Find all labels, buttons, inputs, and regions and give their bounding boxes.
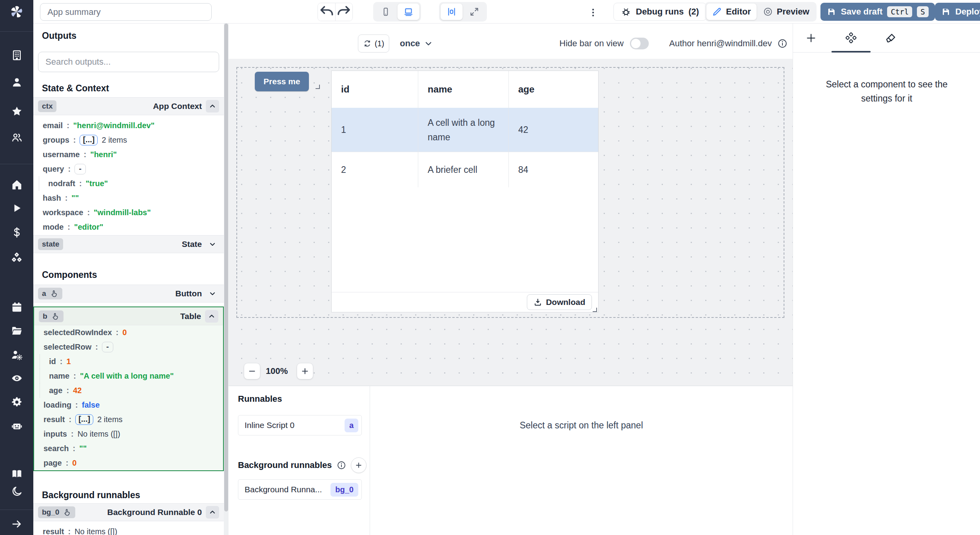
chevron-up-icon <box>208 312 216 320</box>
add-background-runnable-button[interactable] <box>351 457 367 473</box>
search-outputs-input[interactable] <box>38 52 219 72</box>
download-button[interactable]: Download <box>527 294 592 310</box>
output-field-email: email:"henri@windmill.dev" <box>33 118 224 133</box>
bg0-section-header[interactable]: bg_0 Background Runnable 0 <box>33 503 224 521</box>
smartphone-icon <box>381 7 391 17</box>
output-field-hash: hash:"" <box>33 191 224 205</box>
sidebar-item-gear[interactable] <box>9 395 24 409</box>
sidebar-item-folder[interactable] <box>9 323 24 338</box>
mobile-view-button[interactable] <box>375 4 397 20</box>
state-expand-button[interactable] <box>206 238 219 250</box>
table-row[interactable]: 2A briefer cell84 <box>332 152 598 187</box>
component-b-header[interactable]: b Table <box>34 307 223 325</box>
table-component: idnameage 1A cell with a long name422A b… <box>331 71 599 312</box>
windmill-app-editor: Debug runs (2) Editor Preview Save draft… <box>0 0 980 535</box>
deploy-button[interactable]: Deploy <box>935 3 980 21</box>
kbd-ctrl: Ctrl <box>887 6 912 17</box>
layout-toggle-group <box>439 2 487 22</box>
ctx-type-label: App Context <box>153 102 202 111</box>
sidebar-item-user[interactable] <box>9 75 24 89</box>
component-b-selected-block: b Table selectedRowIndex:0selectedRow:-i… <box>33 306 224 471</box>
table-row[interactable]: 1A cell with a long name42 <box>332 108 598 152</box>
tab-theme-styling[interactable] <box>880 28 902 48</box>
hide-bar-toggle[interactable] <box>630 38 649 49</box>
sidebar-item-home[interactable] <box>9 177 24 192</box>
expand-array-chip[interactable]: [...] <box>75 414 93 425</box>
sidebar-item-eye[interactable] <box>9 371 24 385</box>
expand-icon <box>469 7 479 17</box>
sidebar-item-calendar[interactable] <box>9 300 24 314</box>
state-section-header[interactable]: state State <box>33 235 224 253</box>
array-count: 2 items <box>102 136 127 145</box>
table-cell: 2 <box>332 152 418 187</box>
windmill-logo-icon[interactable] <box>8 3 25 21</box>
canvas-toolbar: (1) once Hide bar on view Author henri@w… <box>229 24 793 59</box>
table-resize-handle[interactable] <box>593 308 597 312</box>
expand-array-chip[interactable]: [...] <box>80 135 98 145</box>
button-resize-handle[interactable] <box>316 85 320 89</box>
sidebar-item-cubes[interactable] <box>9 250 24 265</box>
component-b-output-list: selectedRowIndex:0selectedRow:-id:1name:… <box>34 325 224 470</box>
sidebar-item-dollar-sign[interactable] <box>9 225 24 239</box>
paintbrush-icon <box>885 32 897 44</box>
more-options-button[interactable] <box>585 5 601 20</box>
sidebar-item-robot[interactable] <box>9 419 24 433</box>
output-key: page <box>44 459 62 468</box>
refresh-button[interactable]: (1) <box>358 34 389 53</box>
pointer-hand-icon <box>51 312 60 321</box>
undo-icon <box>318 4 335 21</box>
output-field-selectedRow: selectedRow:- <box>34 340 224 354</box>
inline-script-item[interactable]: Inline Script 0 a <box>238 415 362 435</box>
left-nav-rail <box>0 0 33 535</box>
ctx-section-header[interactable]: ctx App Context <box>33 97 224 115</box>
sidebar-item-star[interactable] <box>9 104 24 118</box>
output-field-loading: loading:false <box>34 398 224 412</box>
sidebar-item-arrow-right[interactable] <box>9 517 24 531</box>
component-a-expand-button[interactable] <box>206 287 219 300</box>
desktop-view-button[interactable] <box>397 4 419 20</box>
center-content-button[interactable] <box>441 4 463 20</box>
component-a-header[interactable]: a Button <box>33 285 224 303</box>
sidebar-item-play[interactable] <box>9 201 24 215</box>
press-me-button[interactable]: Press me <box>255 72 309 91</box>
ctx-collapse-button[interactable] <box>206 100 219 112</box>
tab-component-settings[interactable] <box>840 28 862 48</box>
output-value-string: "" <box>79 444 87 453</box>
refresh-mode-dropdown[interactable]: once <box>400 34 433 53</box>
debug-runs-button[interactable]: Debug runs (2) <box>613 3 706 21</box>
zoom-out-button[interactable] <box>244 363 260 379</box>
empty-value-chip[interactable]: - <box>74 164 86 174</box>
zoom-in-button[interactable] <box>297 363 313 379</box>
output-field-groups: groups:[...]2 items <box>33 133 224 147</box>
info-icon[interactable] <box>337 461 346 470</box>
colon: : <box>67 121 69 130</box>
sidebar-item-book[interactable] <box>9 466 24 481</box>
fullscreen-button[interactable] <box>463 4 485 20</box>
component-b-collapse-button[interactable] <box>205 310 218 323</box>
ctx-output-list: email:"henri@windmill.dev"groups:[...]2 … <box>33 118 224 234</box>
output-key: selectedRow <box>44 343 91 352</box>
output-field-query: query:- <box>33 162 224 176</box>
tab-insert-component[interactable] <box>800 28 822 48</box>
download-label: Download <box>546 297 585 307</box>
output-field-age: age:42 <box>34 383 224 398</box>
table-column-header-age: age <box>508 71 598 108</box>
save-draft-button[interactable]: Save draft Ctrl S <box>820 3 935 21</box>
scrollbar-thumb[interactable] <box>224 24 228 511</box>
undo-button[interactable] <box>318 3 335 21</box>
sidebar-item-moon[interactable] <box>9 484 24 499</box>
sidebar-item-user-gear[interactable] <box>9 347 24 362</box>
bg0-collapse-button[interactable] <box>206 506 219 519</box>
redo-button[interactable] <box>335 3 352 21</box>
sidebar-item-building[interactable] <box>9 48 24 62</box>
hide-bar-setting: Hide bar on view <box>559 34 649 53</box>
tab-editor[interactable]: Editor <box>706 4 757 20</box>
background-runnable-item[interactable]: Background Runna... bg_0 <box>238 479 362 500</box>
app-summary-input[interactable] <box>40 3 212 21</box>
info-icon[interactable] <box>777 38 788 49</box>
empty-value-chip[interactable]: - <box>102 342 113 352</box>
tab-preview[interactable]: Preview <box>757 4 815 20</box>
output-key: email <box>43 121 63 130</box>
device-toggle-group <box>373 2 421 22</box>
sidebar-item-users[interactable] <box>9 130 24 145</box>
